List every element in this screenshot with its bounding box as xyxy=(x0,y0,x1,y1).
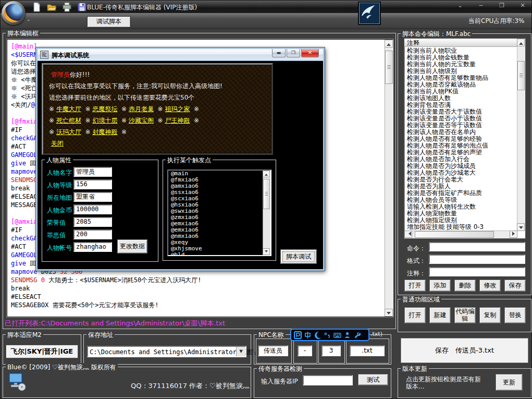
npc-ext-input[interactable]: .txt xyxy=(350,345,385,356)
editor-scrollbar[interactable] xyxy=(385,40,393,317)
scroll-up-icon[interactable] xyxy=(385,40,393,47)
npc-teleport-link[interactable]: 封魔神殿 xyxy=(92,128,117,136)
attr-input[interactable]: zhanghao xyxy=(73,242,112,252)
scrollbar-thumb[interactable] xyxy=(415,231,494,238)
npc-teleport-link[interactable]: 死亡棺材 xyxy=(56,117,81,124)
minimize-button[interactable]: ─ xyxy=(474,2,488,9)
attr-input[interactable]: 2085 xyxy=(73,217,112,227)
ime-user-icon[interactable] xyxy=(343,331,351,339)
npc-teleport-link[interactable]: 尸王神殿 xyxy=(165,117,190,124)
command-list-header[interactable]: 注释 xyxy=(404,39,517,47)
attr-input[interactable]: 100000 xyxy=(73,204,112,214)
ime-punctuation-icon[interactable] xyxy=(324,331,331,339)
npc-greeting-line: 管理员你好!!! xyxy=(49,69,222,80)
attr-input[interactable]: 管理员 xyxy=(73,167,112,177)
command-action-button-2[interactable]: 添加 xyxy=(429,280,451,292)
dialog-title-bar[interactable]: 龍 脚本调试系统 ▬ ❐ ✕ xyxy=(38,49,323,61)
scrollbar-thumb[interactable] xyxy=(263,179,270,209)
trigger-item[interactable]: @hld xyxy=(168,252,270,256)
trigger-list-scrollbar[interactable] xyxy=(263,171,270,255)
script-debug-button[interactable]: 脚本调试 xyxy=(280,249,317,264)
command-action-button-3[interactable]: 删除 xyxy=(454,280,476,292)
npc-teleport-link[interactable]: 恶魔祭坛 xyxy=(92,105,117,113)
script-debug-dialog: 龍 脚本调试系统 ▬ ❐ ✕ 管理员你好!!! 你可以在我这里享受以下服务，注意… xyxy=(36,47,325,271)
npc-close-link[interactable]: 关闭 xyxy=(51,140,64,147)
common-function-button-3[interactable]: 代码编辑 xyxy=(454,307,476,323)
new-file-icon[interactable] xyxy=(32,2,42,12)
test-server-button[interactable]: 测试 xyxy=(358,374,388,385)
common-function-button-5[interactable]: 替换 xyxy=(504,307,526,323)
npc-teleport-link[interactable]: 牛魔大厅 xyxy=(56,105,81,113)
command-list[interactable]: 注释 检测当前人物职业检测当前人物金钱数量检测当前人物的元宝数量检测当前人物级别… xyxy=(404,38,526,239)
attr-label: 人物金币 xyxy=(47,206,72,215)
debug-script-button[interactable]: 调试脚本 xyxy=(87,16,131,28)
attr-input[interactable]: 156 xyxy=(73,179,112,189)
ime-logo-icon[interactable] xyxy=(294,331,302,339)
save-path-value: C:\Documents and Settings\Administrator\… xyxy=(90,348,256,357)
dialog-close-button[interactable]: ✕ xyxy=(301,49,319,57)
common-function-button-2[interactable]: 新建 xyxy=(429,307,451,323)
orb-dropdown-icon[interactable]: ⌄ xyxy=(27,17,33,22)
npc-teleport-link[interactable]: 沃玛大厅 xyxy=(56,128,81,136)
npc-name-input[interactable]: 传送员 xyxy=(258,345,288,356)
restore-button[interactable]: ❐ xyxy=(495,2,509,9)
attr-label: 罪恶值 xyxy=(47,231,66,240)
app-orb-menu-button[interactable] xyxy=(2,1,26,25)
server-check-group-title: 传奇服务器检测 xyxy=(257,365,304,373)
update-button[interactable]: 更新 xyxy=(496,374,523,391)
menu-chevron-button[interactable]: ⌄ xyxy=(453,2,467,9)
npc-teleport-link[interactable]: 赤月老巢 xyxy=(129,105,154,113)
scroll-up-icon[interactable] xyxy=(263,171,270,177)
open-folder-icon[interactable] xyxy=(47,2,57,12)
scrollbar-thumb[interactable] xyxy=(517,61,525,90)
ime-chinese-mode-icon[interactable] xyxy=(304,331,312,339)
save-file-button[interactable]: 保存 传送员-3.txt xyxy=(401,338,528,363)
common-function-button-4[interactable]: 复制 xyxy=(479,307,501,323)
npc-teleport-link[interactable]: 幻境十层 xyxy=(92,117,117,124)
m2-engine-selector[interactable]: 飞尔|SKY|晋升|IGE xyxy=(6,345,78,358)
trigger-listbox[interactable]: @main@fmxiao6@amxiao6@ssxiao6@scxiao6@hs… xyxy=(167,170,271,256)
ime-softkeyboard-icon[interactable] xyxy=(333,331,341,339)
npc-teleport-link[interactable]: 沙藏宝阁 xyxy=(129,117,154,124)
npc-link-row: ※ 死亡棺材 ※ 幻境十层 ※ 沙藏宝阁 ※ 尸王神殿 ※ xyxy=(49,115,222,126)
scroll-up-icon[interactable] xyxy=(517,39,525,46)
npc-number-input[interactable]: 3 xyxy=(321,345,341,356)
scroll-right-icon[interactable] xyxy=(510,231,517,238)
scroll-down-icon[interactable] xyxy=(517,223,525,231)
update-hint-text: 点击更新按钮检测是否有新 版本... xyxy=(406,376,481,390)
npc-teleport-link[interactable]: 祖玛之家 xyxy=(165,105,190,113)
copyright-group-title: Blue© [2009] ♡被判無淚灬 版权所有 xyxy=(6,363,118,372)
save-path-group-title: 保存地址 xyxy=(86,331,115,340)
dialog-maximize-button[interactable]: ❐ xyxy=(287,49,300,57)
command-item[interactable]: 增加指定技能 技能等级 0-3 xyxy=(404,224,517,231)
dropdown-arrow-icon[interactable]: ▼ xyxy=(236,347,245,356)
command-action-button-5[interactable]: 保存 xyxy=(504,280,526,292)
scroll-down-icon[interactable] xyxy=(263,248,270,255)
common-function-button-1[interactable]: 打开 xyxy=(404,307,426,323)
command-action-button-4[interactable]: 修改 xyxy=(479,280,501,292)
script-line: #ELSEACT xyxy=(11,293,201,301)
npc-separator-input[interactable]: - xyxy=(298,345,312,356)
attr-input[interactable]: 盟重省 xyxy=(73,192,112,202)
ime-fullwidth-moon-icon[interactable] xyxy=(314,331,321,339)
format-input[interactable] xyxy=(429,255,525,264)
scrollbar-thumb[interactable] xyxy=(385,51,393,84)
ime-toolbar[interactable] xyxy=(290,329,369,341)
comment-input[interactable] xyxy=(429,267,525,276)
command-list-hscrollbar[interactable] xyxy=(404,231,517,238)
save-icon[interactable] xyxy=(77,2,87,12)
dialog-minimize-button[interactable]: ▬ xyxy=(272,49,286,57)
attr-input[interactable]: 200 xyxy=(73,229,112,239)
save-path-combobox[interactable]: C:\Documents and Settings\Administrator\… xyxy=(87,346,246,357)
close-button[interactable]: ✕ xyxy=(516,2,529,9)
ime-settings-wrench-icon[interactable] xyxy=(353,331,361,339)
command-list-vscrollbar[interactable] xyxy=(517,39,525,231)
print-icon[interactable] xyxy=(62,2,72,12)
scroll-down-icon[interactable] xyxy=(385,309,393,317)
server-ip-input[interactable] xyxy=(303,375,353,385)
scroll-left-icon[interactable] xyxy=(404,231,412,238)
change-data-button[interactable]: 更改数据 xyxy=(117,239,147,253)
command-input[interactable] xyxy=(429,242,525,251)
command-action-button-1[interactable]: 打开 xyxy=(404,280,426,292)
version-update-group-title: 版本更新 xyxy=(401,365,429,373)
